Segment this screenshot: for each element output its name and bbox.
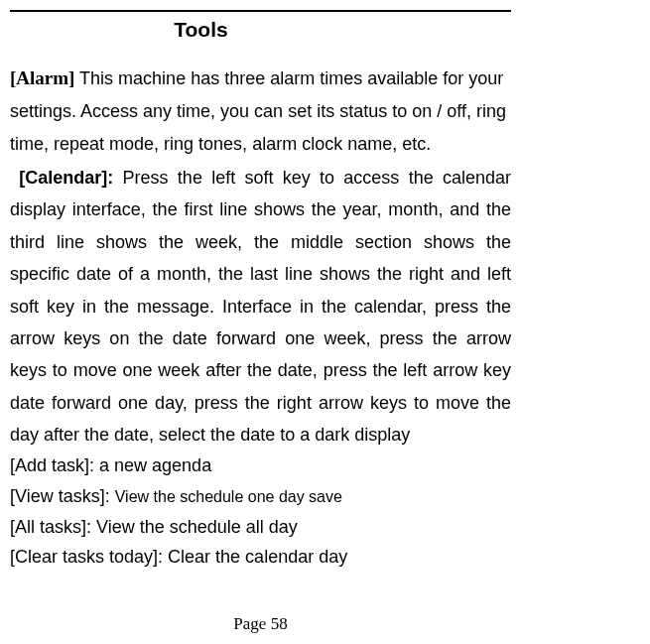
task-clear-text: Clear the calendar day — [168, 547, 347, 567]
calendar-paragraph: [Calendar]: Press the left soft key to a… — [10, 162, 511, 451]
task-add-text: a new agenda — [99, 455, 211, 475]
calendar-label: [Calendar]: — [19, 168, 113, 188]
alarm-label: [Alarm] — [10, 67, 74, 88]
task-add: [Add task]: a new agenda — [10, 451, 511, 481]
task-all: [All tasks]: View the schedule all day — [10, 512, 511, 543]
task-view: [View tasks]: View the schedule one day … — [10, 481, 511, 512]
task-all-label: [All tasks]: — [10, 517, 96, 537]
task-view-label: [View tasks]: — [10, 486, 115, 506]
page-number: Page 58 — [0, 614, 521, 634]
task-all-text: View the schedule all day — [96, 517, 298, 537]
task-clear-label: [Clear tasks today]: — [10, 547, 168, 567]
task-view-text: View the schedule one day save — [115, 488, 342, 505]
task-add-label: [Add task]: — [10, 455, 99, 475]
task-clear: [Clear tasks today]: Clear the calendar … — [10, 542, 511, 573]
alarm-paragraph: [Alarm] This machine has three alarm tim… — [10, 62, 511, 160]
top-rule — [10, 10, 511, 12]
calendar-text: Press the left soft key to access the ca… — [10, 168, 511, 445]
alarm-text: This machine has three alarm times avail… — [10, 68, 506, 154]
page-title: Tools — [0, 18, 511, 42]
